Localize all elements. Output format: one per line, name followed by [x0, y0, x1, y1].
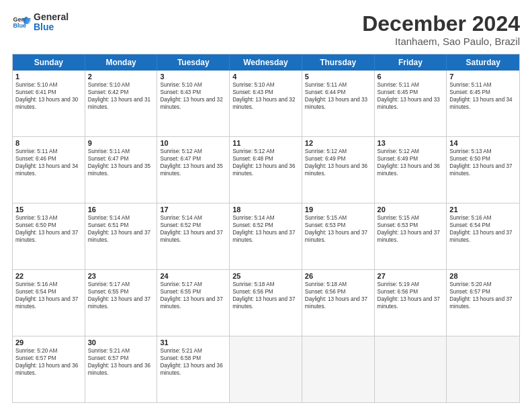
logo: General Blue General Blue: [12, 12, 69, 33]
day-9: 9 Sunrise: 5:11 AM Sunset: 6:47 PM Dayli…: [85, 137, 158, 203]
day-2: 2 Sunrise: 5:10 AM Sunset: 6:42 PM Dayli…: [85, 71, 158, 136]
day-29: 29 Sunrise: 5:20 AM Sunset: 6:57 PM Dayl…: [13, 336, 85, 402]
calendar-body: 1 Sunrise: 5:10 AM Sunset: 6:41 PM Dayli…: [13, 71, 519, 402]
logo-text-blue: Blue: [34, 22, 69, 32]
day-5: 5 Sunrise: 5:11 AM Sunset: 6:44 PM Dayli…: [302, 71, 375, 136]
week-row-2: 8 Sunrise: 5:11 AM Sunset: 6:46 PM Dayli…: [13, 137, 519, 203]
day-18: 18 Sunrise: 5:14 AM Sunset: 6:52 PM Dayl…: [230, 203, 302, 269]
day-23: 23 Sunrise: 5:17 AM Sunset: 6:55 PM Dayl…: [85, 270, 158, 336]
page-header: General Blue General Blue December 2024 …: [12, 12, 520, 47]
day-7: 7 Sunrise: 5:11 AM Sunset: 6:45 PM Dayli…: [447, 71, 519, 136]
header-monday: Monday: [85, 54, 158, 71]
header-friday: Friday: [375, 54, 447, 71]
header-wednesday: Wednesday: [230, 54, 302, 71]
calendar-title: December 2024: [362, 12, 520, 36]
day-16: 16 Sunrise: 5:14 AM Sunset: 6:51 PM Dayl…: [85, 203, 158, 269]
day-20: 20 Sunrise: 5:15 AM Sunset: 6:53 PM Dayl…: [375, 203, 447, 269]
header-sunday: Sunday: [13, 54, 85, 71]
day-empty-4: [447, 336, 519, 402]
header-thursday: Thursday: [302, 54, 375, 71]
day-15: 15 Sunrise: 5:13 AM Sunset: 6:50 PM Dayl…: [13, 203, 85, 269]
day-27: 27 Sunrise: 5:19 AM Sunset: 6:56 PM Dayl…: [375, 270, 447, 336]
day-empty-3: [375, 336, 447, 402]
title-block: December 2024 Itanhaem, Sao Paulo, Brazi…: [362, 12, 520, 47]
calendar-subtitle: Itanhaem, Sao Paulo, Brazil: [362, 36, 520, 47]
day-19: 19 Sunrise: 5:15 AM Sunset: 6:53 PM Dayl…: [302, 203, 375, 269]
day-17: 17 Sunrise: 5:14 AM Sunset: 6:52 PM Dayl…: [157, 203, 230, 269]
logo-icon: General Blue: [12, 13, 31, 32]
day-24: 24 Sunrise: 5:17 AM Sunset: 6:55 PM Dayl…: [157, 270, 230, 336]
day-13: 13 Sunrise: 5:12 AM Sunset: 6:49 PM Dayl…: [375, 137, 447, 203]
week-row-1: 1 Sunrise: 5:10 AM Sunset: 6:41 PM Dayli…: [13, 71, 519, 137]
day-8: 8 Sunrise: 5:11 AM Sunset: 6:46 PM Dayli…: [13, 137, 85, 203]
header-tuesday: Tuesday: [157, 54, 230, 71]
week-row-4: 22 Sunrise: 5:16 AM Sunset: 6:54 PM Dayl…: [13, 270, 519, 336]
day-22: 22 Sunrise: 5:16 AM Sunset: 6:54 PM Dayl…: [13, 270, 85, 336]
week-row-5: 29 Sunrise: 5:20 AM Sunset: 6:57 PM Dayl…: [13, 336, 519, 402]
day-30: 30 Sunrise: 5:21 AM Sunset: 6:57 PM Dayl…: [85, 336, 158, 402]
day-3: 3 Sunrise: 5:10 AM Sunset: 6:43 PM Dayli…: [157, 71, 230, 136]
day-12: 12 Sunrise: 5:12 AM Sunset: 6:49 PM Dayl…: [302, 137, 375, 203]
calendar-page: General Blue General Blue December 2024 …: [0, 0, 532, 411]
header-saturday: Saturday: [447, 54, 519, 71]
day-31: 31 Sunrise: 5:21 AM Sunset: 6:58 PM Dayl…: [157, 336, 230, 402]
calendar-grid: Sunday Monday Tuesday Wednesday Thursday…: [12, 54, 520, 403]
day-14: 14 Sunrise: 5:13 AM Sunset: 6:50 PM Dayl…: [447, 137, 519, 203]
calendar-header: Sunday Monday Tuesday Wednesday Thursday…: [13, 54, 519, 71]
day-26: 26 Sunrise: 5:18 AM Sunset: 6:56 PM Dayl…: [302, 270, 375, 336]
day-empty-1: [230, 336, 302, 402]
day-11: 11 Sunrise: 5:12 AM Sunset: 6:48 PM Dayl…: [230, 137, 302, 203]
day-empty-2: [302, 336, 375, 402]
day-28: 28 Sunrise: 5:20 AM Sunset: 6:57 PM Dayl…: [447, 270, 519, 336]
day-6: 6 Sunrise: 5:11 AM Sunset: 6:45 PM Dayli…: [375, 71, 447, 136]
logo-text-general: General: [34, 12, 69, 22]
week-row-3: 15 Sunrise: 5:13 AM Sunset: 6:50 PM Dayl…: [13, 203, 519, 270]
day-25: 25 Sunrise: 5:18 AM Sunset: 6:56 PM Dayl…: [230, 270, 302, 336]
day-4: 4 Sunrise: 5:10 AM Sunset: 6:43 PM Dayli…: [230, 71, 302, 136]
day-1: 1 Sunrise: 5:10 AM Sunset: 6:41 PM Dayli…: [13, 71, 85, 136]
day-21: 21 Sunrise: 5:16 AM Sunset: 6:54 PM Dayl…: [447, 203, 519, 269]
day-10: 10 Sunrise: 5:12 AM Sunset: 6:47 PM Dayl…: [157, 137, 230, 203]
